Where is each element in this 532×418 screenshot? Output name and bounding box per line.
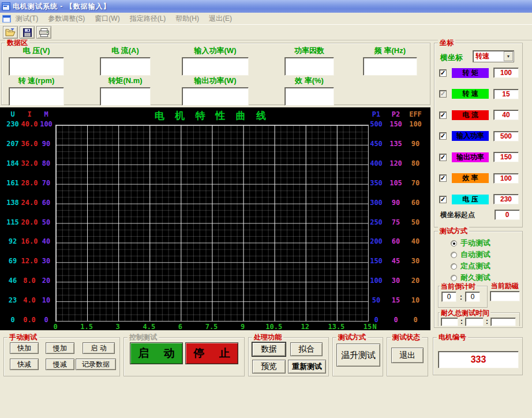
fast-dec-button[interactable]: 快减 — [10, 359, 39, 370]
field-input[interactable] — [9, 57, 64, 76]
colon: : — [460, 293, 462, 301]
axis-tick: 20 — [35, 277, 58, 285]
data-field: 电 压(V) — [9, 46, 64, 76]
control-test-title: 控制测试 — [128, 333, 159, 341]
colon: : — [460, 318, 463, 326]
printer-icon — [39, 28, 49, 37]
radio-option[interactable]: 手动测试 — [451, 237, 490, 249]
field-input[interactable] — [284, 87, 334, 106]
series-row: ✓转 速 — [439, 89, 519, 99]
record-data-button[interactable]: 记录数据 — [76, 359, 116, 370]
series-scale-input[interactable] — [493, 110, 519, 120]
series-scale-input[interactable] — [493, 173, 519, 184]
series-scale-input[interactable] — [493, 194, 519, 204]
field-label: 电 流(A) — [100, 46, 151, 56]
series-checkbox[interactable]: ✓ — [439, 111, 447, 119]
print-button[interactable] — [36, 26, 51, 39]
endurance-minutes[interactable] — [465, 318, 484, 326]
menu-item[interactable]: 退出(E) — [209, 14, 232, 24]
radio-icon[interactable] — [451, 240, 457, 247]
test-mode-group: 测试方式 手动测试自动测试定点测试耐久测试 当前倒计时 : 当前励磁 耐久总测试… — [434, 231, 523, 328]
title-bar: 电机测试系统 - 【数据输入】 — [0, 0, 532, 13]
series-checkbox[interactable]: ✓ — [439, 132, 447, 140]
x-axis-combo[interactable]: 转速 ▼ — [473, 50, 514, 62]
colon: : — [486, 318, 488, 326]
start-button[interactable]: 启 动 — [83, 342, 115, 354]
countdown-minutes[interactable] — [441, 292, 456, 302]
app-window: 电机测试系统 - 【数据输入】 测试(T)参数调整(S)窗口(W)指定路径(L)… — [0, 0, 532, 418]
menu-items: 测试(T)参数调整(S)窗口(W)指定路径(L)帮助(H)退出(E) — [16, 14, 242, 24]
menu-item[interactable]: 指定路径(L) — [130, 14, 166, 24]
chart-title: 电 机 特 性 曲 线 — [55, 109, 368, 122]
radio-icon[interactable] — [451, 275, 457, 281]
menu-item[interactable]: 窗口(W) — [95, 14, 119, 24]
axis-name: M — [35, 111, 58, 118]
chevron-down-icon[interactable]: ▼ — [504, 51, 513, 61]
x-axis-tick: 6 — [171, 323, 189, 331]
x-axis-tick: 0 — [47, 323, 64, 331]
data-field: 转 速(rpm) — [9, 76, 64, 106]
origin-input[interactable] — [494, 210, 520, 220]
series-checkbox[interactable]: ✓ — [439, 69, 447, 77]
data-field: 输出功率(W) — [182, 76, 249, 106]
countdown-seconds[interactable] — [465, 292, 480, 302]
series-checkbox[interactable]: ✓ — [439, 196, 447, 203]
open-button[interactable] — [3, 26, 18, 39]
series-scale-input[interactable] — [493, 68, 519, 78]
retest-button[interactable]: 重新测试 — [288, 360, 326, 374]
series-checkbox[interactable]: ✓ — [439, 174, 447, 182]
axis-tick: 50 — [35, 219, 58, 226]
motor-id-group: 电机编号 — [433, 337, 523, 375]
field-input[interactable] — [284, 57, 334, 76]
series-checkbox[interactable]: ✓ — [439, 154, 447, 161]
field-input[interactable] — [100, 87, 151, 106]
field-input[interactable] — [100, 57, 151, 76]
radio-option[interactable]: 定点测试 — [451, 260, 490, 272]
axis-tick: 70 — [404, 180, 427, 187]
origin-label: 横坐标起点 — [440, 210, 475, 220]
field-input[interactable] — [182, 87, 249, 106]
endurance-seconds[interactable] — [490, 318, 516, 326]
field-label: 转 速(rpm) — [9, 76, 64, 86]
excitation-input[interactable] — [490, 291, 520, 301]
motor-id-input[interactable] — [438, 351, 519, 368]
field-input[interactable] — [363, 57, 417, 76]
field-label: 输入功率(W) — [182, 46, 249, 56]
radio-icon[interactable] — [451, 252, 457, 258]
menu-item[interactable]: 测试(T) — [16, 14, 38, 24]
endurance-group: 耐久总测试时间 : : — [438, 312, 520, 326]
x-axis-tick: 7.5 — [203, 323, 220, 331]
preview-button[interactable]: 预览 — [252, 360, 286, 374]
radio-icon[interactable] — [451, 263, 457, 270]
axis-tick: 50 — [404, 219, 427, 226]
field-input[interactable] — [9, 87, 64, 106]
slow-inc-button[interactable]: 慢加 — [46, 342, 74, 354]
radio-option[interactable]: 自动测试 — [451, 249, 490, 260]
axis-tick: 90 — [35, 140, 58, 148]
series-scale-input[interactable] — [493, 131, 519, 141]
fit-button[interactable]: 拟合 — [290, 342, 323, 356]
fast-inc-button[interactable]: 快加 — [10, 342, 39, 354]
mode-group: 测试方式 温升测试 — [332, 337, 383, 376]
exit-button[interactable]: 退出 — [391, 348, 424, 363]
axis-tick: 80 — [404, 160, 427, 167]
endurance-hours[interactable] — [441, 318, 458, 326]
slow-dec-button[interactable]: 慢减 — [46, 359, 74, 370]
axis-tick: 60 — [35, 199, 58, 207]
control-stop-button[interactable]: 停 止 — [185, 342, 238, 364]
series-scale-input[interactable] — [493, 89, 519, 99]
save-button[interactable] — [20, 26, 35, 39]
menu-item[interactable]: 帮助(H) — [175, 14, 199, 24]
series-scale-input[interactable] — [493, 152, 519, 162]
temp-rise-test-button[interactable]: 温升测试 — [336, 344, 380, 367]
field-input[interactable] — [182, 57, 249, 76]
axis-tick: 40 — [35, 238, 58, 245]
field-label: 电 压(V) — [9, 46, 64, 56]
menu-item[interactable]: 参数调整(S) — [48, 14, 85, 24]
data-button[interactable]: 数据 — [252, 342, 286, 356]
series-swatch: 输入功率 — [452, 131, 489, 141]
series-checkbox[interactable]: ✓ — [439, 90, 447, 98]
axis-tick: 0 — [404, 316, 427, 324]
series-row: ✓输入功率 — [439, 131, 519, 141]
control-start-button[interactable]: 启 动 — [130, 342, 183, 364]
